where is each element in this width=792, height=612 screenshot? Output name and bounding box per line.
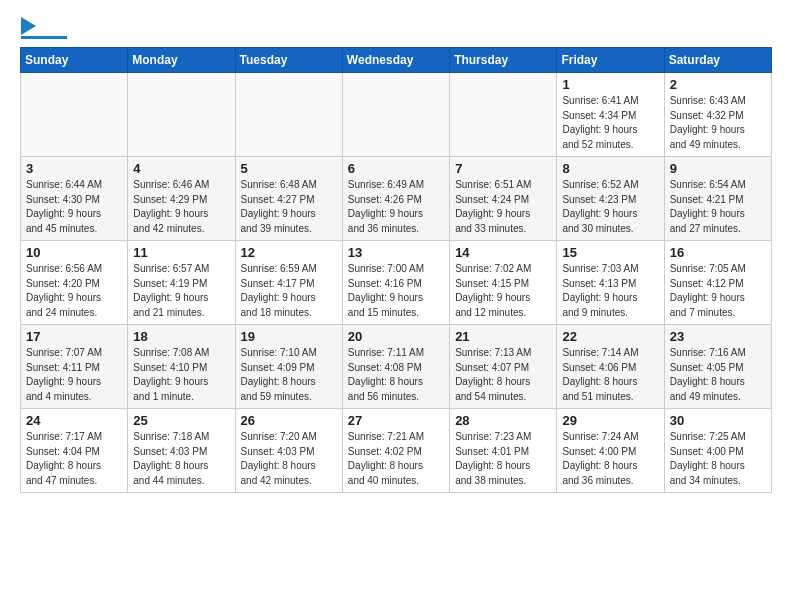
day-cell: 10Sunrise: 6:56 AM Sunset: 4:20 PM Dayli…	[21, 241, 128, 325]
day-number: 21	[455, 329, 551, 344]
day-info: Sunrise: 7:21 AM Sunset: 4:02 PM Dayligh…	[348, 430, 444, 488]
day-number: 15	[562, 245, 658, 260]
page-header	[20, 16, 772, 39]
day-info: Sunrise: 7:18 AM Sunset: 4:03 PM Dayligh…	[133, 430, 229, 488]
day-number: 25	[133, 413, 229, 428]
day-info: Sunrise: 6:59 AM Sunset: 4:17 PM Dayligh…	[241, 262, 337, 320]
day-number: 2	[670, 77, 766, 92]
day-cell: 25Sunrise: 7:18 AM Sunset: 4:03 PM Dayli…	[128, 409, 235, 493]
day-info: Sunrise: 6:52 AM Sunset: 4:23 PM Dayligh…	[562, 178, 658, 236]
day-number: 30	[670, 413, 766, 428]
day-number: 4	[133, 161, 229, 176]
day-info: Sunrise: 7:08 AM Sunset: 4:10 PM Dayligh…	[133, 346, 229, 404]
day-cell: 19Sunrise: 7:10 AM Sunset: 4:09 PM Dayli…	[235, 325, 342, 409]
day-info: Sunrise: 7:20 AM Sunset: 4:03 PM Dayligh…	[241, 430, 337, 488]
day-info: Sunrise: 7:25 AM Sunset: 4:00 PM Dayligh…	[670, 430, 766, 488]
day-number: 19	[241, 329, 337, 344]
day-info: Sunrise: 7:05 AM Sunset: 4:12 PM Dayligh…	[670, 262, 766, 320]
calendar-table: SundayMondayTuesdayWednesdayThursdayFrid…	[20, 47, 772, 493]
day-cell	[235, 73, 342, 157]
day-cell: 8Sunrise: 6:52 AM Sunset: 4:23 PM Daylig…	[557, 157, 664, 241]
day-info: Sunrise: 6:49 AM Sunset: 4:26 PM Dayligh…	[348, 178, 444, 236]
day-number: 5	[241, 161, 337, 176]
day-info: Sunrise: 7:17 AM Sunset: 4:04 PM Dayligh…	[26, 430, 122, 488]
day-info: Sunrise: 6:54 AM Sunset: 4:21 PM Dayligh…	[670, 178, 766, 236]
day-info: Sunrise: 6:48 AM Sunset: 4:27 PM Dayligh…	[241, 178, 337, 236]
day-number: 29	[562, 413, 658, 428]
day-cell: 13Sunrise: 7:00 AM Sunset: 4:16 PM Dayli…	[342, 241, 449, 325]
col-header-tuesday: Tuesday	[235, 48, 342, 73]
day-number: 27	[348, 413, 444, 428]
logo-underline	[21, 36, 67, 39]
col-header-saturday: Saturday	[664, 48, 771, 73]
day-info: Sunrise: 6:46 AM Sunset: 4:29 PM Dayligh…	[133, 178, 229, 236]
day-info: Sunrise: 7:02 AM Sunset: 4:15 PM Dayligh…	[455, 262, 551, 320]
day-number: 17	[26, 329, 122, 344]
day-number: 12	[241, 245, 337, 260]
day-cell	[342, 73, 449, 157]
day-number: 7	[455, 161, 551, 176]
logo-chevron-icon	[21, 17, 36, 35]
day-cell: 15Sunrise: 7:03 AM Sunset: 4:13 PM Dayli…	[557, 241, 664, 325]
day-info: Sunrise: 7:00 AM Sunset: 4:16 PM Dayligh…	[348, 262, 444, 320]
day-info: Sunrise: 7:23 AM Sunset: 4:01 PM Dayligh…	[455, 430, 551, 488]
day-number: 22	[562, 329, 658, 344]
week-row-3: 10Sunrise: 6:56 AM Sunset: 4:20 PM Dayli…	[21, 241, 772, 325]
day-info: Sunrise: 6:51 AM Sunset: 4:24 PM Dayligh…	[455, 178, 551, 236]
day-cell: 12Sunrise: 6:59 AM Sunset: 4:17 PM Dayli…	[235, 241, 342, 325]
day-cell: 28Sunrise: 7:23 AM Sunset: 4:01 PM Dayli…	[450, 409, 557, 493]
day-cell	[450, 73, 557, 157]
day-cell: 20Sunrise: 7:11 AM Sunset: 4:08 PM Dayli…	[342, 325, 449, 409]
day-info: Sunrise: 6:57 AM Sunset: 4:19 PM Dayligh…	[133, 262, 229, 320]
day-cell: 30Sunrise: 7:25 AM Sunset: 4:00 PM Dayli…	[664, 409, 771, 493]
day-cell: 11Sunrise: 6:57 AM Sunset: 4:19 PM Dayli…	[128, 241, 235, 325]
day-info: Sunrise: 6:41 AM Sunset: 4:34 PM Dayligh…	[562, 94, 658, 152]
day-cell: 24Sunrise: 7:17 AM Sunset: 4:04 PM Dayli…	[21, 409, 128, 493]
day-cell: 22Sunrise: 7:14 AM Sunset: 4:06 PM Dayli…	[557, 325, 664, 409]
day-cell: 18Sunrise: 7:08 AM Sunset: 4:10 PM Dayli…	[128, 325, 235, 409]
day-info: Sunrise: 7:11 AM Sunset: 4:08 PM Dayligh…	[348, 346, 444, 404]
day-info: Sunrise: 6:56 AM Sunset: 4:20 PM Dayligh…	[26, 262, 122, 320]
day-cell: 6Sunrise: 6:49 AM Sunset: 4:26 PM Daylig…	[342, 157, 449, 241]
calendar-header-row: SundayMondayTuesdayWednesdayThursdayFrid…	[21, 48, 772, 73]
day-number: 26	[241, 413, 337, 428]
day-number: 18	[133, 329, 229, 344]
week-row-2: 3Sunrise: 6:44 AM Sunset: 4:30 PM Daylig…	[21, 157, 772, 241]
day-info: Sunrise: 7:24 AM Sunset: 4:00 PM Dayligh…	[562, 430, 658, 488]
day-cell: 4Sunrise: 6:46 AM Sunset: 4:29 PM Daylig…	[128, 157, 235, 241]
day-cell: 26Sunrise: 7:20 AM Sunset: 4:03 PM Dayli…	[235, 409, 342, 493]
col-header-friday: Friday	[557, 48, 664, 73]
day-number: 9	[670, 161, 766, 176]
week-row-5: 24Sunrise: 7:17 AM Sunset: 4:04 PM Dayli…	[21, 409, 772, 493]
day-info: Sunrise: 7:13 AM Sunset: 4:07 PM Dayligh…	[455, 346, 551, 404]
day-cell: 21Sunrise: 7:13 AM Sunset: 4:07 PM Dayli…	[450, 325, 557, 409]
day-info: Sunrise: 6:43 AM Sunset: 4:32 PM Dayligh…	[670, 94, 766, 152]
day-cell: 27Sunrise: 7:21 AM Sunset: 4:02 PM Dayli…	[342, 409, 449, 493]
day-cell: 3Sunrise: 6:44 AM Sunset: 4:30 PM Daylig…	[21, 157, 128, 241]
day-cell	[128, 73, 235, 157]
day-number: 23	[670, 329, 766, 344]
day-cell: 14Sunrise: 7:02 AM Sunset: 4:15 PM Dayli…	[450, 241, 557, 325]
day-number: 16	[670, 245, 766, 260]
day-cell: 23Sunrise: 7:16 AM Sunset: 4:05 PM Dayli…	[664, 325, 771, 409]
day-info: Sunrise: 7:16 AM Sunset: 4:05 PM Dayligh…	[670, 346, 766, 404]
day-cell: 29Sunrise: 7:24 AM Sunset: 4:00 PM Dayli…	[557, 409, 664, 493]
day-cell: 9Sunrise: 6:54 AM Sunset: 4:21 PM Daylig…	[664, 157, 771, 241]
col-header-thursday: Thursday	[450, 48, 557, 73]
day-info: Sunrise: 7:03 AM Sunset: 4:13 PM Dayligh…	[562, 262, 658, 320]
col-header-wednesday: Wednesday	[342, 48, 449, 73]
day-number: 11	[133, 245, 229, 260]
day-number: 3	[26, 161, 122, 176]
col-header-monday: Monday	[128, 48, 235, 73]
day-number: 14	[455, 245, 551, 260]
day-cell: 5Sunrise: 6:48 AM Sunset: 4:27 PM Daylig…	[235, 157, 342, 241]
day-number: 6	[348, 161, 444, 176]
day-cell: 17Sunrise: 7:07 AM Sunset: 4:11 PM Dayli…	[21, 325, 128, 409]
day-number: 20	[348, 329, 444, 344]
day-cell: 16Sunrise: 7:05 AM Sunset: 4:12 PM Dayli…	[664, 241, 771, 325]
col-header-sunday: Sunday	[21, 48, 128, 73]
day-cell: 2Sunrise: 6:43 AM Sunset: 4:32 PM Daylig…	[664, 73, 771, 157]
day-cell: 7Sunrise: 6:51 AM Sunset: 4:24 PM Daylig…	[450, 157, 557, 241]
day-info: Sunrise: 7:10 AM Sunset: 4:09 PM Dayligh…	[241, 346, 337, 404]
day-number: 10	[26, 245, 122, 260]
